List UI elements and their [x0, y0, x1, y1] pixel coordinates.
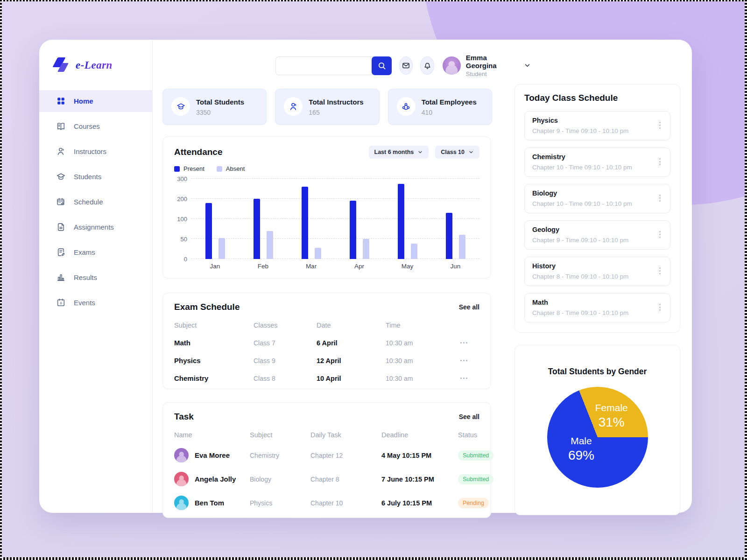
class-dropdown[interactable]: Class 10	[435, 146, 479, 159]
status-badge: Submitted	[458, 474, 493, 484]
class-detail: Chapter 10 - Time 09:10 - 10:10 pm	[532, 200, 657, 207]
class-schedule-item: MathChapter 8 - Time 09:10 - 10:10 pm	[524, 293, 670, 322]
class-subject: Chemistry	[532, 153, 565, 161]
kebab-menu-icon[interactable]	[657, 229, 663, 240]
class-schedule-list: PhysicsChapter 9 - Time 09:10 - 10:10 pm…	[524, 111, 670, 322]
attendance-title: Attendance	[174, 147, 222, 157]
kebab-menu-icon[interactable]	[657, 302, 663, 313]
legend-label: Present	[183, 165, 204, 172]
search-button[interactable]	[372, 56, 392, 75]
column-header: Status	[458, 431, 479, 439]
exam-table-row: Chemistry Class 8 10 April 10:30 am	[174, 374, 479, 382]
user-name: Emma Georgina	[466, 54, 506, 70]
exam-see-all-link[interactable]: See all	[459, 303, 479, 311]
chevron-down-icon	[468, 149, 474, 155]
sidebar-item-courses[interactable]: Courses	[39, 115, 152, 137]
sidebar-item-assignments[interactable]: Assignments	[39, 216, 152, 238]
column-header: Subject	[174, 322, 254, 329]
class-detail: Chapter 9 - Time 09:10 - 10:10 pm	[532, 237, 657, 244]
kebab-menu-icon[interactable]	[657, 120, 663, 131]
user-role: Student	[466, 70, 506, 77]
brand-logo-icon	[53, 57, 71, 73]
user-meta: Emma Georgina Student	[466, 54, 506, 77]
search-input[interactable]	[275, 56, 374, 75]
exam-table-header: Subject Classes Date Time	[174, 322, 479, 329]
graduation-cap-icon	[171, 97, 190, 116]
kebab-menu-icon[interactable]	[657, 266, 663, 277]
sidebar-item-label: Schedule	[74, 198, 103, 206]
bar-absent	[315, 248, 321, 259]
sidebar-item-exams[interactable]: Exams	[39, 241, 152, 263]
messages-button[interactable]	[399, 56, 413, 75]
task-title: Task	[174, 412, 194, 422]
legend-item-absent: Absent	[217, 165, 245, 172]
exam-date: 10 April	[317, 375, 386, 382]
right-column: Today Class Schedule PhysicsChapter 9 - …	[514, 40, 692, 513]
x-axis: JanFebMarAprMayJun	[191, 263, 479, 270]
stat-card-total-employees: Total Employees 410	[388, 89, 492, 125]
notifications-button[interactable]	[420, 56, 434, 75]
user-avatar[interactable]	[443, 56, 461, 75]
exam-class: Class 9	[254, 357, 317, 364]
bar-group	[350, 179, 369, 259]
row-actions-icon[interactable]	[460, 378, 467, 379]
class-subject: Biology	[532, 189, 557, 197]
bar-absent	[459, 235, 465, 259]
class-subject: History	[532, 262, 556, 270]
dashboard-window: e-Learn Home Courses Instructors Student…	[39, 40, 692, 513]
decorative-frame-top	[0, 0, 747, 1]
row-actions-icon[interactable]	[460, 360, 467, 361]
bar-absent	[267, 231, 273, 259]
task-see-all-link[interactable]: See all	[459, 413, 479, 420]
brand-logo: e-Learn	[39, 54, 152, 90]
chevron-down-icon	[417, 149, 423, 155]
attendance-filters: Last 6 months Class 10	[369, 146, 479, 159]
class-schedule-title: Today Class Schedule	[524, 93, 618, 103]
sidebar-item-instructors[interactable]: Instructors	[39, 140, 152, 162]
x-tick-label: Jan	[191, 263, 239, 270]
task-table-header: Name Subject Daily Task Deadline Status	[174, 431, 479, 439]
kebab-menu-icon[interactable]	[657, 193, 663, 204]
sidebar-item-schedule[interactable]: Schedule	[39, 191, 152, 213]
class-dropdown-label: Class 10	[441, 149, 465, 155]
kebab-menu-icon[interactable]	[657, 156, 663, 168]
student-avatar	[174, 448, 189, 462]
sidebar-item-events[interactable]: 8 Events	[39, 292, 152, 314]
pie-label-female: Female31%	[595, 402, 628, 430]
search-bar	[275, 56, 392, 75]
grid-icon	[56, 96, 66, 106]
task-deadline: 4 May 10:15 PM	[381, 452, 458, 459]
x-tick-label: Jun	[431, 263, 479, 270]
person-icon	[56, 147, 66, 156]
mail-icon	[402, 61, 410, 70]
sidebar-item-label: Events	[74, 299, 95, 307]
x-tick-label: Feb	[239, 263, 287, 270]
class-schedule-item: HistoryChapter 8 - Time 09:10 - 10:10 pm	[524, 257, 670, 286]
plot-area	[191, 179, 479, 259]
bar-absent	[411, 244, 417, 259]
attendance-bar-chart: 050100200300	[174, 179, 479, 259]
class-subject: Geology	[532, 226, 559, 233]
stat-value: 3350	[196, 109, 244, 116]
bar-group	[302, 179, 321, 259]
bar-present	[398, 184, 404, 259]
row-actions-icon[interactable]	[460, 342, 467, 343]
period-dropdown[interactable]: Last 6 months	[369, 146, 429, 159]
bar-present	[446, 213, 452, 259]
bar-group	[398, 179, 417, 259]
class-detail: Chapter 10 - Time 09:10 - 10:10 pm	[532, 164, 657, 171]
graduation-cap-icon	[56, 172, 66, 182]
gridline	[191, 178, 479, 179]
legend-item-present: Present	[174, 165, 204, 172]
task-subject: Chemistry	[250, 452, 310, 459]
exam-subject: Math	[174, 339, 254, 347]
bar-chart-icon	[56, 273, 66, 282]
sidebar-item-home[interactable]: Home	[39, 90, 152, 112]
today-class-schedule-card: Today Class Schedule PhysicsChapter 9 - …	[514, 84, 680, 333]
sidebar-item-label: Assignments	[74, 223, 114, 231]
sidebar-item-students[interactable]: Students	[39, 166, 152, 188]
sidebar-item-results[interactable]: Results	[39, 266, 152, 288]
document-edit-icon	[56, 247, 66, 257]
task-table-row: Angela Jolly Biology Chapter 8 7 June 10…	[174, 472, 479, 486]
class-schedule-item: ChemistryChapter 10 - Time 09:10 - 10:10…	[524, 147, 670, 177]
